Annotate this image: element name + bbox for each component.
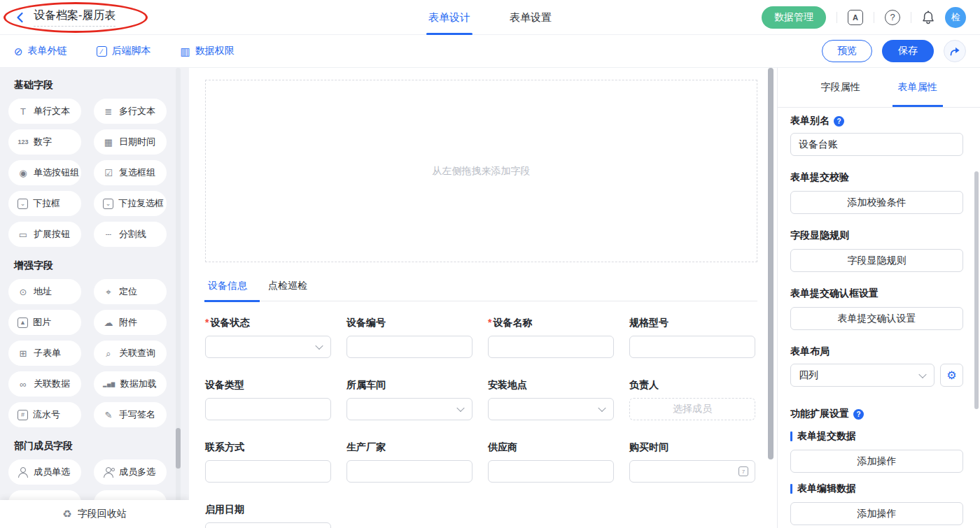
field-label: 安装地点 (488, 379, 527, 392)
member-multi-icon (103, 467, 114, 478)
data-permission-label: 数据权限 (195, 45, 234, 57)
device-type-input[interactable] (205, 398, 331, 420)
field-pill-label: 单选按钮组 (34, 166, 79, 179)
device-name-input[interactable] (488, 336, 614, 358)
field-pill-label: 地址 (34, 285, 52, 298)
external-link-action[interactable]: ⊘ 表单外链 (14, 45, 67, 57)
field-label: 设备状态 (210, 317, 249, 329)
visibility-rules-button[interactable]: 字段显隐规则 (790, 249, 963, 272)
field-pill[interactable]: ▲图片 (8, 310, 81, 335)
supplier-input[interactable] (488, 460, 614, 483)
purchase-date-picker[interactable]: 7 (629, 460, 755, 483)
tab-field-properties[interactable]: 字段属性 (821, 68, 860, 107)
member-single-icon (18, 467, 29, 478)
submit-data-subheading: 表单提交数据 (790, 430, 963, 443)
field-recycle-bin[interactable]: ♻ 字段回收站 (0, 500, 189, 528)
panel-tabs: 字段属性 表单属性 (778, 68, 980, 108)
field-pill[interactable]: ▂▅▇数据加载 (94, 371, 167, 397)
submit-confirm-heading: 表单提交确认框设置 (790, 287, 963, 300)
form-alias-input[interactable] (790, 133, 963, 156)
field-pill-label: 下拉框 (33, 197, 60, 210)
install-location-select[interactable] (488, 398, 614, 420)
preview-button[interactable]: 预览 (822, 40, 872, 62)
notification-bell-icon[interactable] (922, 10, 934, 24)
form-field: 规格型号 (629, 317, 755, 358)
field-pill[interactable]: ⌕关联查询 (94, 341, 167, 366)
field-pill[interactable]: ⌄下拉复选框 (94, 191, 167, 216)
recycle-label: 字段回收站 (78, 508, 127, 520)
help-icon[interactable]: ? (885, 10, 900, 25)
share-button[interactable] (944, 40, 966, 62)
submit-validation-heading: 表单提交校验 (790, 171, 963, 184)
backend-script-action[interactable]: ∕ 后端脚本 (97, 45, 151, 57)
save-button[interactable]: 保存 (882, 40, 934, 62)
tab-form-settings[interactable]: 表单设置 (510, 0, 552, 35)
device-status-select[interactable] (205, 336, 331, 358)
multi-line-text-icon: ≣ (103, 107, 114, 116)
form-field: 设备类型 (205, 379, 331, 420)
field-pill[interactable]: ⊙地址 (8, 279, 81, 304)
field-pill[interactable]: 成员多选 (94, 459, 167, 485)
sidebar-scrollbar-thumb[interactable] (176, 428, 181, 469)
workshop-select[interactable] (346, 398, 472, 420)
layout-settings-button[interactable]: ⚙ (940, 364, 963, 387)
layout-select[interactable]: 四列 (790, 364, 934, 387)
field-pill[interactable]: ∞关联数据 (8, 371, 81, 397)
add-validation-button[interactable]: 添加校验条件 (790, 191, 963, 214)
owner-member-picker[interactable]: 选择成员 (629, 398, 755, 420)
edit-data-add-action-button[interactable]: 添加操作 (790, 502, 963, 525)
field-pill[interactable]: T单行文本 (8, 99, 81, 124)
field-pill[interactable]: ◉单选按钮组 (8, 160, 81, 185)
field-pill[interactable]: 123数字 (8, 129, 81, 155)
contact-input[interactable] (205, 460, 331, 483)
field-pill[interactable]: ⌄下拉框 (8, 191, 81, 216)
contacts-icon[interactable]: A (848, 10, 863, 25)
device-code-input[interactable] (346, 336, 472, 358)
user-avatar[interactable]: 检 (945, 7, 966, 28)
field-pill[interactable]: ┄分割线 (94, 222, 167, 247)
tab-inspection[interactable]: 点检巡检 (267, 280, 309, 301)
field-pill[interactable]: ⊞子表单 (8, 341, 81, 366)
checkbox-group-icon: ☑ (103, 169, 114, 178)
manufacturer-input[interactable] (346, 460, 472, 483)
form-field: 所属车间 (346, 379, 472, 420)
form-alias-heading: 表单别名 ? (790, 115, 963, 127)
field-label: 设备类型 (205, 379, 244, 392)
enable-date-input[interactable] (205, 522, 331, 528)
field-pill[interactable]: ≣多行文本 (94, 99, 167, 124)
tab-form-design[interactable]: 表单设计 (428, 0, 470, 35)
data-manage-button[interactable]: 数据管理 (762, 6, 826, 29)
field-pill[interactable]: ▭扩展按钮 (8, 222, 81, 247)
field-pill-label: 附件 (119, 316, 137, 329)
form-field: 生产厂家 (346, 441, 472, 483)
submit-data-add-action-button[interactable]: 添加操作 (790, 450, 963, 473)
header-tabs: 表单设计 表单设置 (428, 0, 552, 35)
canvas-scrollbar-thumb[interactable] (768, 68, 774, 459)
field-pill[interactable]: ⌖定位 (94, 279, 167, 304)
data-permission-action[interactable]: ▥ 数据权限 (181, 45, 234, 57)
submit-confirm-button[interactable]: 表单提交确认设置 (790, 307, 963, 330)
field-label: 设备编号 (346, 317, 386, 329)
tab-form-properties[interactable]: 表单属性 (898, 68, 937, 107)
field-pill[interactable]: 成员单选 (8, 459, 81, 485)
spec-model-input[interactable] (629, 336, 755, 358)
field-dropzone[interactable]: 从左侧拖拽来添加字段 (205, 80, 757, 262)
field-label: 设备名称 (493, 317, 532, 329)
help-icon[interactable]: ? (834, 116, 844, 127)
radio-group-icon: ◉ (18, 169, 29, 178)
tab-device-info[interactable]: 设备信息 (206, 280, 248, 301)
help-icon[interactable]: ? (853, 409, 864, 420)
field-pill-label: 图片 (33, 316, 51, 329)
field-pill-label: 数据加载 (120, 378, 157, 390)
field-pill[interactable]: ☁附件 (94, 310, 167, 335)
back-button[interactable] (14, 11, 27, 24)
field-pill-label: 子表单 (34, 347, 61, 359)
field-pill[interactable]: #流水号 (8, 402, 81, 427)
form-title[interactable]: 设备档案-履历表 (34, 8, 115, 27)
field-pill[interactable]: ▦日期时间 (94, 129, 167, 155)
required-mark: * (205, 317, 209, 328)
field-pill[interactable]: ✎手写签名 (94, 402, 167, 427)
panel-scrollbar-thumb[interactable] (974, 171, 979, 409)
extension-settings-heading: 功能扩展设置 ? (790, 408, 963, 420)
field-pill[interactable]: ☑复选框组 (94, 160, 167, 185)
